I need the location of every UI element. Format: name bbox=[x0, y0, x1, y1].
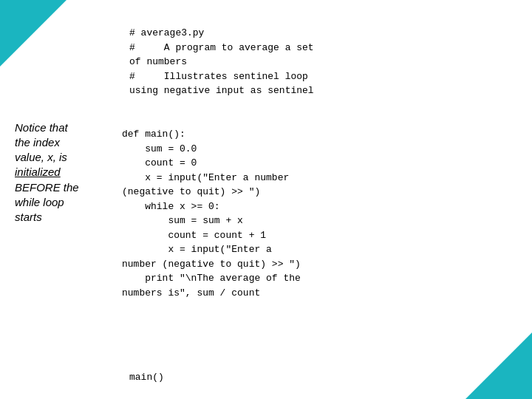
notice-line6: while loop bbox=[15, 196, 64, 208]
notice-line5: BEFORE the bbox=[15, 181, 79, 194]
notice-line2: the index bbox=[15, 136, 60, 149]
sidebar-annotation: Notice that the index value, x, is initi… bbox=[15, 113, 122, 359]
main-code-block: def main(): sum = 0.0 count = 0 x = inpu… bbox=[122, 113, 510, 359]
notice-line3: value, x, is bbox=[15, 151, 67, 163]
def-line: def main(): bbox=[122, 129, 185, 140]
main-content-area: Notice that the index value, x, is initi… bbox=[15, 113, 510, 359]
notice-line4: initialized bbox=[15, 166, 61, 178]
notice-line1: Notice that bbox=[15, 121, 68, 134]
code-body: sum = 0.0 count = 0 x = input("Enter a n… bbox=[122, 143, 301, 299]
sidebar-note-text: Notice that the index value, x, is initi… bbox=[15, 120, 115, 225]
notice-line7: starts bbox=[15, 211, 42, 223]
bottom-code-block: main() bbox=[129, 370, 510, 385]
top-code-block: # average3.py # A program to average a s… bbox=[129, 26, 510, 98]
slide-container: # average3.py # A program to average a s… bbox=[0, 0, 532, 399]
